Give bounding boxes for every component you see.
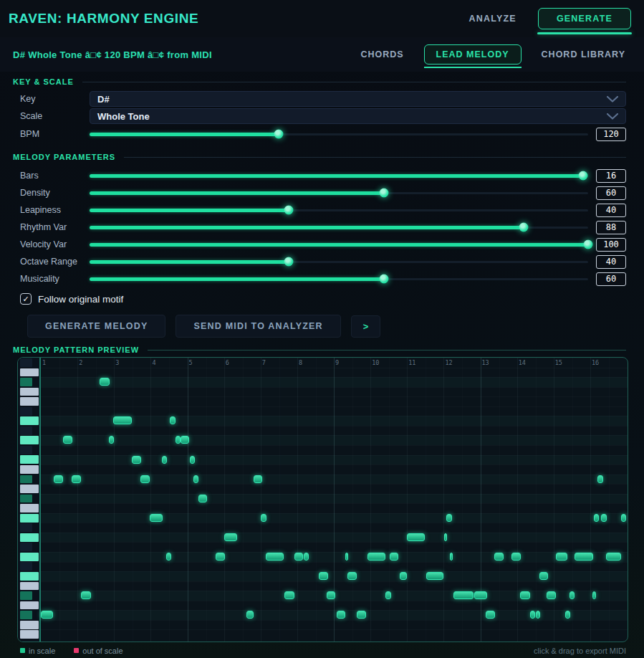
slider-thumb[interactable] (519, 223, 528, 232)
leapiness-slider[interactable] (90, 206, 588, 214)
slider-value-box[interactable]: 60 (596, 272, 626, 286)
slider-value-box[interactable]: 16 (596, 169, 626, 183)
slider-value-box[interactable]: 100 (596, 238, 626, 252)
slider-thumb[interactable] (379, 275, 388, 284)
note[interactable] (556, 553, 567, 561)
note[interactable] (319, 572, 328, 580)
note[interactable] (54, 475, 63, 483)
note[interactable] (337, 611, 345, 619)
note[interactable] (162, 456, 167, 464)
tab-chord-library[interactable]: CHORD LIBRARY (542, 49, 625, 59)
note[interactable] (113, 416, 132, 424)
note[interactable] (390, 553, 398, 561)
slider-thumb[interactable] (284, 206, 294, 215)
note[interactable] (385, 591, 391, 599)
note[interactable] (304, 553, 309, 561)
note[interactable] (327, 591, 335, 599)
note[interactable] (606, 553, 621, 561)
note[interactable] (170, 416, 176, 424)
note[interactable] (266, 553, 284, 561)
slider-value-box[interactable]: 40 (596, 255, 626, 269)
note[interactable] (216, 553, 225, 561)
note[interactable] (601, 514, 607, 522)
note[interactable] (150, 514, 163, 522)
bars-slider[interactable] (90, 171, 588, 180)
slider-thumb[interactable] (274, 130, 284, 139)
note[interactable] (100, 378, 110, 386)
note[interactable] (407, 533, 425, 541)
key-select[interactable]: D# (90, 91, 626, 107)
note[interactable] (345, 553, 348, 561)
tab-chords[interactable]: CHORDS (360, 49, 403, 59)
slider-thumb[interactable] (579, 171, 588, 181)
tab-lead-melody[interactable]: LEAD MELODY (424, 44, 522, 65)
note[interactable] (494, 553, 504, 561)
note[interactable] (81, 591, 91, 599)
rhythm-var-slider[interactable] (90, 223, 588, 232)
note[interactable] (254, 475, 262, 483)
note[interactable] (597, 475, 603, 483)
octave-range-slider[interactable] (90, 257, 588, 266)
bpm-slider[interactable] (90, 130, 588, 138)
note[interactable] (565, 611, 570, 619)
note[interactable] (446, 514, 452, 522)
slider-thumb[interactable] (584, 240, 593, 249)
generate-button[interactable]: GENERATE (538, 8, 631, 29)
density-slider[interactable] (90, 189, 588, 197)
slider-value-box[interactable]: 60 (596, 186, 626, 200)
note[interactable] (63, 436, 72, 444)
send-midi-button[interactable]: SEND MIDI TO ANALYZER (176, 315, 340, 338)
note[interactable] (575, 553, 593, 561)
note[interactable] (592, 591, 596, 599)
analyze-button[interactable]: ANALYZE (469, 14, 516, 24)
note[interactable] (140, 475, 150, 483)
note[interactable] (284, 591, 294, 599)
note[interactable] (176, 436, 181, 444)
note[interactable] (453, 591, 474, 599)
note[interactable] (511, 553, 521, 561)
follow-motif-checkbox-row[interactable]: ✓ Follow original motif (0, 292, 644, 306)
generate-melody-button[interactable]: GENERATE MELODY (27, 315, 165, 338)
note[interactable] (357, 611, 366, 619)
note[interactable] (261, 514, 266, 522)
note[interactable] (444, 533, 447, 541)
note[interactable] (72, 475, 81, 483)
slider-value-box[interactable]: 88 (596, 221, 626, 234)
note[interactable] (367, 553, 385, 561)
note[interactable] (198, 495, 207, 502)
slider-thumb[interactable] (284, 257, 294, 267)
velocity-var-slider[interactable] (90, 240, 588, 249)
bpm-value-box[interactable]: 120 (596, 128, 626, 141)
piano-roll-grid[interactable]: 12345678910111213141516 (39, 358, 628, 642)
note[interactable] (181, 436, 189, 444)
scale-select[interactable]: Whole Tone (90, 108, 626, 124)
checkbox[interactable]: ✓ (20, 293, 32, 305)
note[interactable] (450, 553, 453, 561)
note[interactable] (193, 475, 198, 483)
note[interactable] (547, 591, 556, 599)
note[interactable] (530, 611, 535, 619)
note[interactable] (132, 456, 141, 464)
note[interactable] (621, 514, 626, 522)
note[interactable] (486, 611, 495, 619)
note[interactable] (246, 611, 254, 619)
note[interactable] (474, 591, 487, 599)
note[interactable] (536, 611, 540, 619)
note[interactable] (400, 572, 407, 580)
musicality-slider[interactable] (90, 275, 588, 283)
note[interactable] (190, 456, 195, 464)
note[interactable] (569, 591, 575, 599)
note[interactable] (520, 591, 530, 599)
note[interactable] (294, 553, 303, 561)
note[interactable] (347, 572, 357, 580)
note[interactable] (224, 533, 237, 541)
slider-thumb[interactable] (379, 189, 388, 198)
note[interactable] (41, 611, 53, 619)
note[interactable] (166, 553, 171, 561)
note[interactable] (109, 436, 114, 444)
note[interactable] (594, 514, 599, 522)
note[interactable] (426, 572, 443, 580)
slider-value-box[interactable]: 40 (596, 204, 626, 217)
send-arrow-button[interactable]: > (351, 315, 381, 338)
note[interactable] (539, 572, 548, 580)
